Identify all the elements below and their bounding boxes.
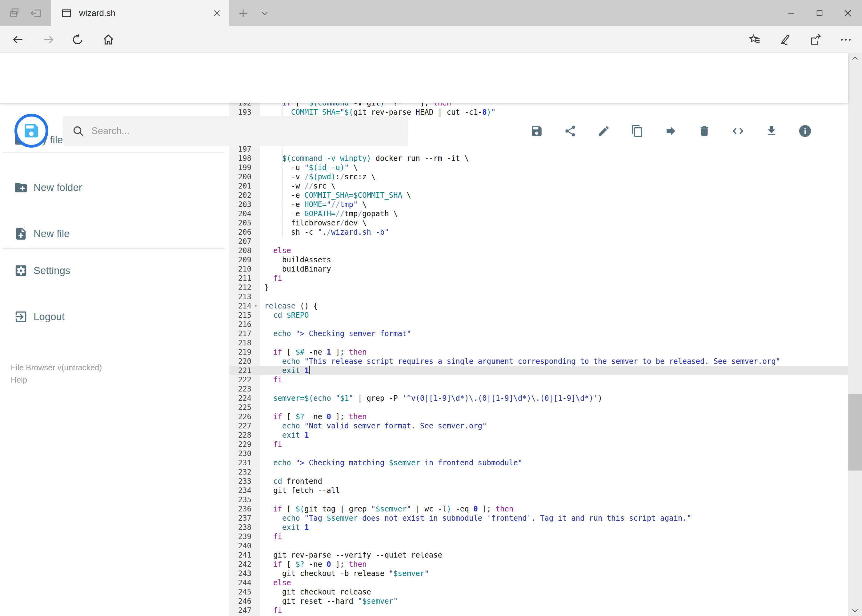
code-line[interactable]: 210 buildBinary [229,264,848,274]
code-line[interactable]: 199 -u "$(id -u)" \ [229,163,848,172]
share-icon[interactable] [803,26,827,53]
forward-button[interactable] [36,26,61,53]
code-line[interactable]: 213 [229,292,848,302]
back-button[interactable] [6,26,30,53]
tab-list-chevron-icon[interactable] [255,0,274,26]
minimize-button[interactable] [777,0,805,26]
code-line[interactable]: 211 fi [229,274,848,283]
scroll-down-arrow-icon[interactable] [848,605,862,616]
code-line[interactable]: 218 [229,338,848,347]
new-tab-button[interactable] [232,0,254,26]
code-line[interactable]: 206 sh -c "./wizard.sh -b" [229,228,848,237]
more-menu-icon[interactable] [834,26,858,53]
code-line[interactable]: 228 exit 1 [229,431,848,440]
fold-gutter [251,541,260,550]
restore-tabs-icon[interactable] [30,7,43,20]
scrollbar-thumb[interactable] [848,394,862,470]
code-line[interactable]: 234 git fetch --all [229,486,848,495]
code-line[interactable]: 233 cd frontend [229,477,848,486]
raw-code-button[interactable] [721,114,755,148]
sidebar-item-logout[interactable]: Logout [0,303,229,331]
code-line[interactable]: 226 if [ $? -ne 0 ]; then [229,412,848,421]
code-line[interactable]: 224 semver=$(echo "$1" | grep -P '^v(0|[… [229,394,848,403]
info-button[interactable] [788,114,822,148]
code-line[interactable]: 238 exit 1 [229,523,848,532]
code-line[interactable]: 202 -e COMMIT_SHA=$COMMIT_SHA \ [229,191,848,200]
code-line[interactable]: 242 if [ $? -ne 0 ]; then [229,560,848,569]
code-line[interactable]: 212} [229,283,848,292]
fold-marker-icon[interactable]: ▾ [251,302,260,311]
code-line[interactable]: 231 echo "> Checking matching $semver in… [229,458,848,467]
copy-button[interactable] [621,114,654,148]
code-line[interactable]: 214▾release () { [229,302,848,311]
maximize-button[interactable] [805,0,834,26]
code-line[interactable]: 236 if [ $(git tag | grep "$semver" | wc… [229,504,848,514]
sidebar-item-label: Logout [33,311,65,323]
tab-close-icon[interactable] [205,0,229,26]
fold-gutter [251,347,260,357]
code-line[interactable]: 247 fi [229,606,848,615]
code-line[interactable]: 201 -w //src \ [229,181,848,191]
scroll-up-arrow-icon[interactable] [848,53,862,64]
rename-button[interactable] [587,114,621,148]
page-scrollbar[interactable] [848,53,862,616]
code-line[interactable]: 219 if [ $# -ne 1 ]; then [229,347,848,357]
code-line[interactable]: 243 git checkout -b release "$semver" [229,569,848,578]
download-button[interactable] [755,114,788,148]
code-line[interactable]: 232 [229,467,848,477]
code-line[interactable]: 200 -v /$(pwd):/src:z \ [229,172,848,181]
sidebar: My files New folder New file Settings [0,103,229,616]
code-line[interactable]: 205 filebrowser/dev \ [229,218,848,228]
code-line[interactable]: 215 cd $REPO [229,311,848,320]
save-button[interactable] [520,114,553,148]
delete-button[interactable] [687,114,721,148]
code-line[interactable]: 223 [229,384,848,394]
code-line[interactable]: 203 -e HOME="//tmp" \ [229,200,848,209]
code-line[interactable]: 216 [229,320,848,329]
code-line[interactable]: 241 git rev-parse --verify --quiet relea… [229,550,848,560]
browser-tab[interactable]: wizard.sh [51,0,229,26]
code-text [260,403,264,412]
line-number: 211 [229,274,251,283]
code-line[interactable]: 245 git checkout release [229,588,848,597]
fold-gutter [251,228,260,237]
code-line[interactable]: 209 buildAssets [229,255,848,264]
close-button[interactable] [834,0,862,26]
code-line[interactable]: 207 [229,237,848,246]
move-button[interactable] [654,114,687,148]
tab-preview-icon[interactable] [8,7,21,20]
sidebar-item-settings[interactable]: Settings [0,257,229,284]
code-line[interactable]: 239 fi [229,532,848,541]
code-line[interactable]: 222 fi [229,375,848,384]
code-line[interactable]: 229 fi [229,440,848,449]
code-line[interactable]: 221 exit 1 [229,366,848,375]
sidebar-item-new-folder[interactable]: New folder [0,174,229,201]
hub-favorites-icon[interactable] [742,26,767,53]
code-line[interactable]: 230 [229,449,848,458]
code-line[interactable]: 235 [229,495,848,504]
refresh-button[interactable] [65,26,90,53]
web-note-pen-icon[interactable] [772,26,796,53]
code-line[interactable]: 227 echo "Not valid semver format. See s… [229,421,848,431]
code-line[interactable]: 240 [229,541,848,550]
line-number: 219 [229,347,251,357]
code-line[interactable]: 217 echo "> Checking semver format" [229,329,848,338]
code-line[interactable]: 208 else [229,246,848,255]
code-editor[interactable]: 192 if [ "$(command -v git)" != "" ]; th… [229,103,848,616]
code-line[interactable]: 204 -e GOPATH=//tmp/gopath \ [229,209,848,218]
help-link[interactable]: Help [11,374,102,386]
code-line[interactable]: 220 echo "This release script requires a… [229,357,848,366]
search-input[interactable] [91,125,408,137]
line-number: 201 [229,181,251,191]
home-button[interactable] [96,26,121,53]
sidebar-item-new-file[interactable]: New file [0,220,229,248]
filebrowser-logo[interactable] [14,114,48,148]
code-line[interactable]: 246 git reset --hard "$semver" [229,597,848,606]
code-line[interactable]: 225 [229,403,848,412]
code-line[interactable]: 237 echo "Tag $semver does not exist in … [229,514,848,523]
line-number: 210 [229,264,251,274]
search-box[interactable] [63,116,408,146]
code-line[interactable]: 244 else [229,578,848,588]
line-number: 204 [229,209,251,218]
share-file-button[interactable] [553,114,587,148]
